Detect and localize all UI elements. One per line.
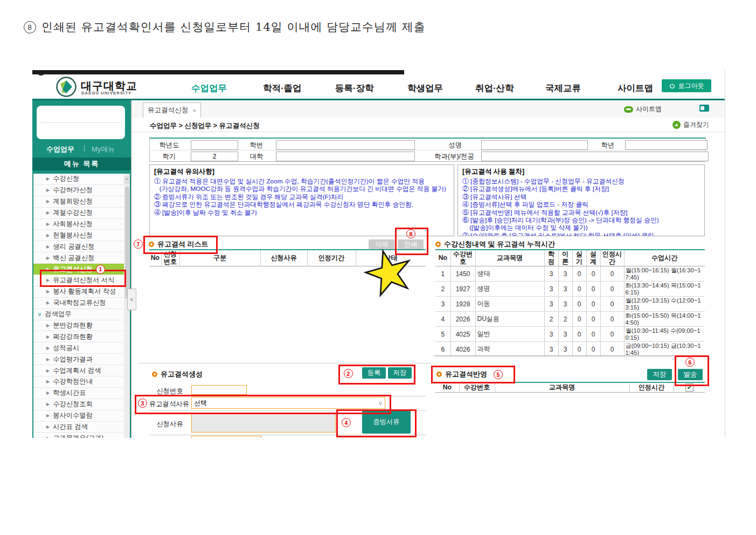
table-row: 31928아동33000월(12:00~13:15) 수(12:00~13:15… <box>435 297 705 312</box>
apply-save-button[interactable]: 저장 <box>647 369 672 380</box>
attachment-button[interactable]: 증빙서류 <box>362 410 411 434</box>
arrow-icon: ▶ <box>46 368 50 373</box>
sidebar-item[interactable]: ▶유고결석신청서 서식 <box>33 275 124 286</box>
sidebar-item[interactable]: ▶폐강강좌현황 <box>33 331 124 342</box>
nav-records[interactable]: 학적·졸업 <box>263 83 302 94</box>
arrow-icon: ▶ <box>46 402 50 407</box>
sidebar-item[interactable]: ▶봉사 활동계획서 작성 <box>33 286 124 298</box>
arrow-icon: ▶ <box>46 289 50 294</box>
instruction-line: 8 인쇄된 유고결석확인서를 신청일로부터 14일 이내에 담당교수님께 제출 <box>24 19 426 35</box>
arrow-icon: ▶ <box>46 256 50 260</box>
tab-absence-request[interactable]: 유고결석신청 × <box>143 102 201 118</box>
nav-sitemap[interactable]: 사이트맵 <box>618 83 653 94</box>
student-id-input[interactable] <box>276 140 415 150</box>
name-input[interactable] <box>481 140 588 150</box>
sidebar-item-absence-request[interactable]: ▶ 유고결석신청 1 <box>33 264 124 275</box>
sidebar-item[interactable]: ▶수업평가결과 <box>33 354 124 365</box>
highlight-star-icon <box>362 248 416 299</box>
register-button[interactable]: 등록 <box>362 367 386 379</box>
semester-label: 학기 <box>152 152 186 161</box>
sidebar-item[interactable]: ▶계절희망신청 <box>33 196 124 208</box>
nav-international[interactable]: 국제교류 <box>545 83 581 94</box>
sidebar-item[interactable]: ▶국내학점교류신청 <box>33 298 124 309</box>
divider <box>139 363 431 363</box>
sidebar-item[interactable]: ▶수업계획서 검색 <box>33 365 124 376</box>
arrow-icon: ▶ <box>46 436 50 438</box>
annotation-5: 5 <box>494 370 503 379</box>
period-start-input[interactable] <box>191 436 261 438</box>
window-icon[interactable] <box>699 105 709 112</box>
nav-career[interactable]: 취업·산학 <box>475 83 514 94</box>
request-no-input[interactable] <box>191 385 247 395</box>
sidebar-item[interactable]: ▶교과목개요(교과) <box>33 433 124 438</box>
breadcrumb: 수업업무 > 신청업무 > 유고결석신청 <box>150 121 260 131</box>
nav-registration[interactable]: 등록·장학 <box>335 83 374 94</box>
logout-button[interactable]: 로그아웃 <box>662 79 711 92</box>
power-icon <box>669 83 675 89</box>
period-tilde: ~ <box>273 436 280 438</box>
favorite-link[interactable]: ★ 즐겨찾기 <box>672 120 709 129</box>
sidebar-item[interactable]: ▶계절수강신청 <box>33 208 124 219</box>
sidebar-item[interactable]: ▶수강허가신청 <box>33 185 124 196</box>
sidebar-item[interactable]: ▶성적공시 <box>33 342 124 354</box>
sidebar-item[interactable]: ▶헌혈봉사신청 <box>33 230 124 241</box>
notice-line: ([발송]이후에는 데이터 수정 및 삭제 불가) <box>462 224 700 231</box>
reason-textarea[interactable] <box>191 413 336 433</box>
college-input[interactable] <box>276 152 415 161</box>
grade-label: 학년 <box>594 141 622 150</box>
sidebar-tab-divider: | <box>84 143 85 152</box>
nav-student-affairs[interactable]: 학생업무 <box>407 83 443 94</box>
sidebar-item[interactable]: ▶사회봉사신청 <box>33 219 124 230</box>
courses-table: No수강번호 교과목명학점 이론실기 설계인정시간 수업시간 11450생태33… <box>435 249 705 357</box>
col-reason: 신청사유 <box>260 250 307 266</box>
grade-input[interactable] <box>625 140 708 150</box>
nav-classwork[interactable]: 수업업무 <box>191 83 227 94</box>
sidebar-collapse-handle[interactable]: < <box>127 289 136 310</box>
sidebar-scroll-thumb[interactable] <box>125 187 129 299</box>
col-period: 인정기간 <box>307 250 356 266</box>
notice-line: ④ [발송]이후 날짜 수정 및 취소 불가 <box>154 209 449 216</box>
notice-line: (가상강좌, MOOC강좌 등 원격수업과 학습기간이 유고결석 허용기간보다 … <box>154 185 449 193</box>
annotation-1: 1 <box>96 265 105 274</box>
sidebar-tab-classwork[interactable]: 수업업무 <box>46 145 74 154</box>
notice-line: ③ 폐강으로 인한 유고결석은 단과대학행정실에서 폐강과목 수강신청자 명단 … <box>154 201 449 208</box>
arrow-icon: ▶ <box>46 210 50 215</box>
major-input[interactable] <box>481 152 709 161</box>
year-input[interactable] <box>191 140 238 150</box>
semester-input[interactable] <box>191 152 238 161</box>
sitemap-link[interactable]: 사이트맵 <box>624 105 662 114</box>
period-label: 인정기간 <box>152 436 188 438</box>
sitemap-icon <box>624 106 633 113</box>
annotation-8: 8 <box>406 229 415 238</box>
create-title: 유고결석생성 <box>161 369 203 379</box>
notice-line: ④ [증빙서류]선택 후 파일 업로드 - 저장 클릭 <box>462 201 700 208</box>
sidebar-item[interactable]: ▶학생시간표 <box>33 388 124 399</box>
sidebar-item[interactable]: ▶생리 공결신청 <box>33 241 124 252</box>
sidebar-group-search[interactable]: ∨검색업무 <box>33 309 124 320</box>
sidebar-border <box>131 100 131 438</box>
sidebar-item[interactable]: ▶분반강좌현황 <box>33 320 124 332</box>
scroll-up-icon[interactable]: ^ <box>124 176 130 184</box>
save-button[interactable]: 저장 <box>388 367 412 379</box>
sidebar-tab-mymenu[interactable]: My메뉴 <box>92 145 115 154</box>
sidebar-item[interactable]: ▶수강학점안내 <box>33 376 124 388</box>
table-row: 11450생태33000월(15:00~16:15) 월(16:30~17:45… <box>435 266 705 282</box>
select-all-checkbox[interactable]: ✔ <box>685 383 693 392</box>
arrow-icon: ▶ <box>46 357 50 362</box>
arrow-icon: ▶ <box>46 334 50 339</box>
browser-strip <box>32 70 404 74</box>
arrow-icon: ▶ <box>46 424 50 429</box>
send-button[interactable]: 발송 <box>678 369 703 380</box>
sidebar-item[interactable]: ▶시간표 검색 <box>33 422 124 433</box>
sidebar-item[interactable]: ▶수강신청 <box>33 174 124 185</box>
name-label: 성명 <box>438 141 473 150</box>
notice-line: ⑤ [유고결석반영] 메뉴에서 적용할 교과목 선택(√)후 [저장] <box>462 209 700 216</box>
close-icon[interactable]: × <box>193 107 196 114</box>
arrow-icon: ▶ <box>46 379 50 384</box>
sidebar-item[interactable]: ▶봉사이수열람 <box>33 410 124 422</box>
sidebar-item[interactable]: ▶백신 공결신청 <box>33 252 124 264</box>
application-window: 대구대학교 DAEGU UNIVERSITY 수업업무 학적·졸업 등록·장학 … <box>32 70 725 438</box>
reason-type-select[interactable]: 선택 ∨ <box>191 397 385 409</box>
sidebar-item[interactable]: ▶수강신청조회 <box>33 399 124 410</box>
arrow-icon: ▶ <box>46 222 50 227</box>
